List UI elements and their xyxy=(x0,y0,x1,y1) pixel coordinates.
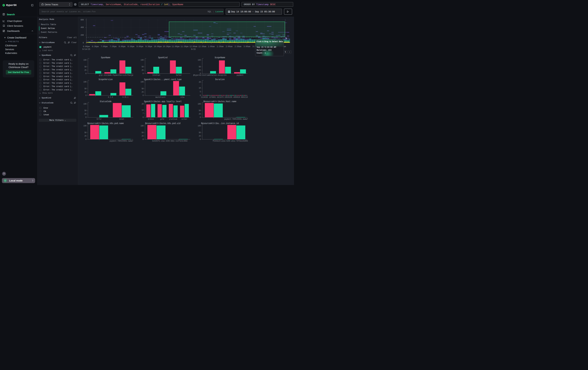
svg-text:100: 100 xyxy=(141,59,144,61)
svg-text:100: 100 xyxy=(198,125,201,127)
svg-text:14: 14 xyxy=(142,109,144,111)
svg-text:ResourceAttributes.k8s.pod.nam: ResourceAttributes.k8s.pod.name xyxy=(87,122,124,125)
svg-text:50: 50 xyxy=(142,132,144,134)
svg-text:11:30pm: 11:30pm xyxy=(180,46,188,48)
svg-text:200: 200 xyxy=(81,34,84,36)
svg-text:0: 0 xyxy=(143,138,144,140)
svg-text:50: 50 xyxy=(84,132,86,134)
svg-text:25: 25 xyxy=(199,135,201,137)
svg-text:SpanName: SpanName xyxy=(101,56,110,59)
svg-text:100: 100 xyxy=(198,59,201,61)
svg-text:25: 25 xyxy=(84,113,86,115)
svg-text:7:30pm: 7:30pm xyxy=(110,46,116,48)
svg-text:19935295: 19935295 xyxy=(224,96,232,99)
svg-text:7:00pm: 7:00pm xyxy=(101,46,107,48)
svg-text:payment-7985c8969c-mwmw7: payment-7985c8969c-mwmw7 xyxy=(110,140,133,142)
svg-text:25: 25 xyxy=(142,91,144,93)
svg-text:50: 50 xyxy=(84,66,86,68)
svg-text:gold: gold xyxy=(160,118,164,120)
svg-text:SpanAttributes.app.loyalty.lev: SpanAttributes.app.loyalty.level xyxy=(144,100,182,103)
svg-text:Server: Server xyxy=(176,74,182,76)
svg-text:@hyperdx/instrumentation-excep: @hyperdx/instrumentation-exception xyxy=(193,74,227,76)
svg-text:Duration: Duration xyxy=(215,78,225,81)
svg-text:25: 25 xyxy=(142,69,144,71)
svg-text:7: 7 xyxy=(143,112,144,115)
svg-text:Internal: Internal xyxy=(152,74,160,76)
svg-text:Error: Error xyxy=(97,118,102,120)
svg-text:50: 50 xyxy=(199,66,201,68)
svg-text:0: 0 xyxy=(143,94,144,97)
svg-text:0.51.1: 0.51.1 xyxy=(123,96,128,99)
svg-text:ResourceAttribu..ice.instance.: ResourceAttribu..ice.instance.id xyxy=(201,122,239,125)
svg-text:100: 100 xyxy=(198,103,201,105)
svg-text:1621070: 1621070 xyxy=(217,96,224,99)
svg-text:0: 0 xyxy=(85,116,86,119)
svg-text:28: 28 xyxy=(142,103,144,105)
svg-text:0: 0 xyxy=(85,138,86,140)
svg-text:10:30pm: 10:30pm xyxy=(163,46,170,48)
svg-text:ResourceAttributes.host.name: ResourceAttributes.host.name xyxy=(203,100,236,103)
svg-text:25: 25 xyxy=(84,135,86,137)
svg-text:0: 0 xyxy=(200,138,201,140)
svg-text:1124538: 1124538 xyxy=(201,96,208,99)
svg-text:2:30am: 2:30am xyxy=(235,46,241,48)
svg-text:100: 100 xyxy=(84,59,86,61)
svg-text:SpanKind: SpanKind xyxy=(158,56,168,59)
svg-text:9/14/25: 9/14/25 xyxy=(82,48,90,50)
svg-text:12:00am: 12:00am xyxy=(189,46,197,48)
svg-text:ScopeVersion: ScopeVersion xyxy=(99,78,113,81)
svg-text:ScopeName: ScopeName xyxy=(215,56,225,59)
svg-text:12:30am: 12:30am xyxy=(198,46,206,48)
svg-text:50: 50 xyxy=(199,110,201,112)
svg-text:ResourceAttributes.k8s.pod.uid: ResourceAttributes.k8s.pod.uid xyxy=(145,122,180,125)
svg-text:6:30pm: 6:30pm xyxy=(92,46,99,48)
svg-text:20: 20 xyxy=(199,81,201,83)
svg-text:visa: visa xyxy=(180,96,184,99)
svg-text:400: 400 xyxy=(81,26,84,29)
svg-text:1:00am: 1:00am xyxy=(208,46,215,48)
svg-text:8:30pm: 8:30pm xyxy=(127,46,134,48)
svg-text:50: 50 xyxy=(142,66,144,68)
svg-text:silver: silver xyxy=(181,118,188,120)
svg-text:f5344ec9-a1ea-4290-a62a-78f5be: f5344ec9-a1ea-4290-a62a-78f5bee8d90b xyxy=(212,140,248,142)
svg-text:0: 0 xyxy=(85,94,86,97)
svg-text:5e02b5fb-13ae-4296-bbbc-111f42: 5e02b5fb-13ae-4296-bbbc-111f423c460d xyxy=(152,140,188,142)
svg-text:Unset: Unset xyxy=(119,118,124,120)
svg-text:50: 50 xyxy=(84,88,86,90)
svg-text:100: 100 xyxy=(141,125,144,127)
svg-text:25: 25 xyxy=(199,69,201,71)
svg-text:payment: payment xyxy=(237,74,244,76)
svg-text:2:00am: 2:00am xyxy=(226,46,232,48)
svg-text:50: 50 xyxy=(142,88,144,90)
svg-text:0: 0 xyxy=(143,72,144,75)
svg-text:mastercard: mastercard xyxy=(156,96,165,99)
svg-text:50: 50 xyxy=(199,132,201,134)
svg-text:25: 25 xyxy=(142,135,144,137)
svg-text:0: 0 xyxy=(85,72,86,75)
svg-text:StatusCode: StatusCode xyxy=(100,100,112,103)
svg-text:25: 25 xyxy=(84,91,86,93)
svg-text:3:00am: 3:00am xyxy=(244,46,250,48)
svg-text:600: 600 xyxy=(81,19,84,21)
svg-text:9:00pm: 9:00pm xyxy=(136,46,143,48)
svg-text:100: 100 xyxy=(141,81,144,83)
svg-text:bronze: bronze xyxy=(148,118,154,120)
svg-text:0: 0 xyxy=(200,116,201,119)
svg-text:100: 100 xyxy=(84,81,86,83)
svg-text:25: 25 xyxy=(199,113,201,115)
svg-text:0: 0 xyxy=(200,94,201,97)
svg-text:1:30am: 1:30am xyxy=(217,46,223,48)
svg-text:8:00pm: 8:00pm xyxy=(119,46,126,48)
svg-text:9/15: 9/15 xyxy=(191,48,196,50)
svg-text:50: 50 xyxy=(84,110,86,112)
svg-text:SpanAttributes...yment.card_ty: SpanAttributes...yment.card_type xyxy=(144,78,182,81)
svg-text:10:00pm: 10:00pm xyxy=(154,46,162,48)
svg-text:6:00pm: 6:00pm xyxy=(83,46,90,48)
svg-text:payment-7985c8969c-mwmw7: payment-7985c8969c-mwmw7 xyxy=(224,118,248,120)
svg-text:›: › xyxy=(289,51,290,53)
svg-text:1376801: 1376801 xyxy=(209,96,216,99)
svg-text:5: 5 xyxy=(285,51,286,53)
svg-text:10: 10 xyxy=(199,87,201,89)
svg-text:25: 25 xyxy=(84,69,86,71)
svg-text:9:30pm: 9:30pm xyxy=(145,46,152,48)
